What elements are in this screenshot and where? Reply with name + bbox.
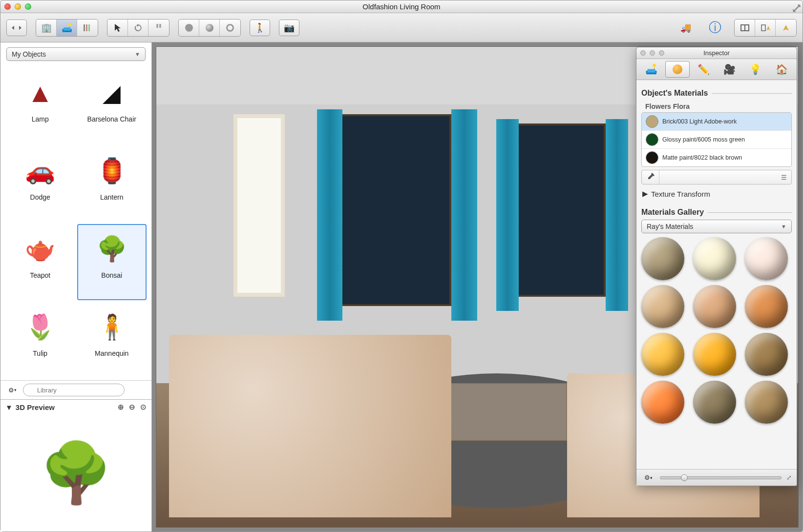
inspector-tab-edit[interactable]: ✏️ xyxy=(692,61,716,78)
object-item-tulip[interactable]: 🌷 Tulip xyxy=(5,302,75,378)
material-sphere[interactable] xyxy=(693,333,736,376)
select-tool-button[interactable] xyxy=(107,20,128,36)
library-search-input[interactable] xyxy=(23,384,125,396)
fullscreen-icon[interactable] xyxy=(792,3,799,10)
record-tools-group xyxy=(178,19,241,37)
color-picker-row: ☰ xyxy=(641,170,792,184)
material-sphere[interactable] xyxy=(745,381,788,424)
walkthrough-button[interactable]: 🚶 xyxy=(250,20,270,36)
car-icon: 🚗 xyxy=(16,150,64,191)
inspector-tab-materials[interactable] xyxy=(665,61,689,78)
swatch-icon xyxy=(646,151,658,164)
preview-section: ▼ 3D Preview ⊕ ⊖ ⊙ 🌳 xyxy=(0,399,151,532)
snapshot-button[interactable]: 📷 xyxy=(279,20,299,36)
material-row-green[interactable]: Glossy paint/6005 moss green xyxy=(642,131,791,149)
picker-menu-button[interactable]: ☰ xyxy=(777,174,791,181)
material-sphere[interactable] xyxy=(693,381,736,424)
expand-icon[interactable]: ⤢ xyxy=(786,474,792,481)
materials-list: Brick/003 Light Adobe-work Glossy paint/… xyxy=(641,112,792,167)
library-search-row: ⚙︎▾ 🔍 xyxy=(0,380,151,399)
inspector-tab-object[interactable]: 🛋️ xyxy=(639,61,663,78)
rotate-tool-button[interactable] xyxy=(128,20,148,36)
view-mode-group xyxy=(734,19,797,37)
material-row-black[interactable]: Matte paint/8022 black brown xyxy=(642,149,791,166)
material-sphere[interactable] xyxy=(641,237,684,280)
chair-icon: ◢ xyxy=(87,72,136,113)
library-mode-group: 🏢 🛋️ xyxy=(36,19,98,37)
material-sphere[interactable] xyxy=(745,285,788,328)
inspector-panel: Inspector 🛋️ ✏️ 🎥 💡 🏠 Object's Materials… xyxy=(636,47,797,486)
view-2d-button[interactable] xyxy=(735,20,755,36)
close-window-button[interactable] xyxy=(4,3,11,10)
lantern-icon: 🏮 xyxy=(87,150,136,191)
building-library-button[interactable]: 🏢 xyxy=(36,20,57,36)
library-gear-button[interactable]: ⚙︎▾ xyxy=(5,384,19,396)
inspector-tab-light[interactable]: 💡 xyxy=(743,61,767,78)
chevron-right-icon: ▶ xyxy=(642,189,648,198)
svg-rect-4 xyxy=(159,24,161,28)
info-button[interactable]: ⓘ xyxy=(705,20,725,36)
edit-tools-group xyxy=(107,19,169,37)
library-category-dropdown[interactable]: My Objects ▼ xyxy=(6,47,146,61)
material-sphere[interactable] xyxy=(641,333,684,376)
gallery-section-title: Materials Gallery xyxy=(641,208,792,217)
preview-header[interactable]: ▼ 3D Preview ⊕ ⊖ ⊙ xyxy=(0,400,151,414)
selected-object-name: Flowers Flora xyxy=(641,101,792,112)
material-sphere[interactable] xyxy=(693,285,736,328)
preview-viewport[interactable]: 🌳 xyxy=(0,414,151,532)
titlebar: Oldfashion Living Room xyxy=(0,0,803,13)
svg-rect-2 xyxy=(88,24,90,31)
object-item-mannequin[interactable]: 🧍 Mannequin xyxy=(77,302,147,378)
object-item-dodge[interactable]: 🚗 Dodge xyxy=(5,146,75,222)
preview-title: 3D Preview xyxy=(16,403,55,411)
window-title: Oldfashion Living Room xyxy=(362,2,440,11)
inspector-tab-camera[interactable]: 🎥 xyxy=(718,61,741,78)
warehouse-button[interactable]: 🚚 xyxy=(676,20,696,36)
zoom-out-icon[interactable]: ⊖ xyxy=(129,403,135,411)
thumbnail-size-slider[interactable] xyxy=(660,476,782,479)
inspector-footer: ⚙︎▾ ⤢ xyxy=(636,469,797,486)
swatch-icon xyxy=(646,133,658,146)
material-sphere[interactable] xyxy=(641,285,684,328)
record-ring-button[interactable] xyxy=(220,20,240,36)
svg-rect-0 xyxy=(84,24,85,31)
zoom-window-button[interactable] xyxy=(25,3,31,10)
back-forward-button[interactable] xyxy=(6,20,27,36)
material-row-brick[interactable]: Brick/003 Light Adobe-work xyxy=(642,113,791,131)
furniture-library-button[interactable]: 🛋️ xyxy=(57,20,77,36)
material-sphere[interactable] xyxy=(745,333,788,376)
zoom-in-icon[interactable]: ⊕ xyxy=(118,403,124,411)
object-item-chair[interactable]: ◢ Barselona Chair xyxy=(77,68,147,144)
record-shadow-button[interactable] xyxy=(199,20,220,36)
object-item-teapot[interactable]: 🫖 Teapot xyxy=(5,224,75,300)
picture-frame xyxy=(233,114,285,297)
inspector-titlebar[interactable]: Inspector xyxy=(636,47,797,59)
gallery-category-dropdown[interactable]: Ray's Materials ▼ xyxy=(641,220,792,233)
chevron-down-icon: ▼ xyxy=(135,51,140,57)
gallery-gear-button[interactable]: ⚙︎▾ xyxy=(641,472,655,484)
svg-rect-7 xyxy=(761,25,765,31)
object-item-lantern[interactable]: 🏮 Lantern xyxy=(77,146,147,222)
texture-transform-disclosure[interactable]: ▶ Texture Transform xyxy=(641,184,792,203)
materials-gallery-grid xyxy=(641,237,792,424)
view-3d-button[interactable] xyxy=(776,20,796,36)
search-wrap: 🔍 xyxy=(23,384,147,396)
material-sphere[interactable] xyxy=(693,237,736,280)
settings-library-button[interactable] xyxy=(77,20,98,36)
record-red-button[interactable] xyxy=(179,20,199,36)
material-sphere[interactable] xyxy=(745,237,788,280)
eyedropper-button[interactable] xyxy=(642,170,659,184)
zoom-reset-icon[interactable]: ⊙ xyxy=(140,403,147,411)
materials-section-title: Object's Materials xyxy=(641,89,792,98)
minimize-window-button[interactable] xyxy=(15,3,21,10)
teapot-icon: 🫖 xyxy=(16,228,64,269)
measure-tool-button[interactable] xyxy=(148,20,169,36)
inspector-tab-house[interactable]: 🏠 xyxy=(770,61,794,78)
slider-thumb[interactable] xyxy=(681,474,688,481)
object-item-lamp[interactable]: ▲ Lamp xyxy=(5,68,75,144)
preview-bonsai-icon: 🌳 xyxy=(40,439,113,507)
object-item-bonsai[interactable]: 🌳 Bonsai xyxy=(77,224,147,300)
disclosure-triangle-icon: ▼ xyxy=(5,403,13,411)
view-2d3d-button[interactable] xyxy=(755,20,776,36)
material-sphere[interactable] xyxy=(641,381,684,424)
